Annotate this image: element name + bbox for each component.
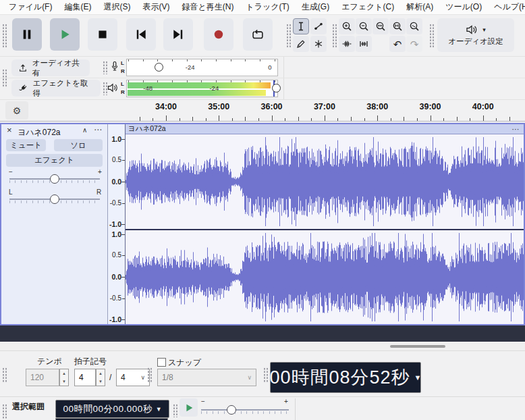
menu-item[interactable]: 解析(A) — [400, 1, 439, 13]
collapse-track-icon[interactable]: ∧ — [82, 126, 87, 134]
zoom-selection-button[interactable] — [372, 18, 389, 34]
dropdown-arrow-icon[interactable]: ▼ — [414, 373, 422, 382]
menu-item[interactable]: ツール(O) — [439, 1, 488, 13]
menu-item[interactable]: 表示(V) — [136, 1, 175, 13]
clip-header[interactable]: ヨハネ072a ⋯ — [126, 124, 524, 134]
zoom-toggle-icon — [409, 21, 420, 32]
toolbar-grip[interactable] — [263, 367, 269, 382]
horizontal-scrollbar[interactable] — [0, 342, 525, 351]
spin-up-icon[interactable]: ▲ — [60, 369, 68, 377]
spin-down-icon[interactable]: ▼ — [60, 377, 68, 386]
selection-start-value: 00時間00分00.000秒 — [63, 403, 152, 415]
selection-tool-button[interactable] — [293, 18, 309, 34]
track-name[interactable]: ヨハネ072a — [18, 127, 61, 138]
redo-button[interactable]: ↷ — [406, 36, 422, 52]
ruler-time-label: 34:00 — [155, 102, 177, 111]
clip-menu-icon[interactable]: ⋯ — [512, 125, 520, 133]
recording-meter[interactable]: -24 0 — [126, 59, 278, 76]
zoom-toggle-button[interactable] — [406, 18, 422, 34]
loop-button[interactable] — [243, 18, 273, 51]
menu-item[interactable]: トラック(T) — [240, 1, 295, 13]
undo-button[interactable]: ↶ — [389, 36, 406, 52]
scrollbar-thumb[interactable] — [390, 345, 445, 348]
audio-position-display[interactable]: 00時間08分52秒 ▼ — [270, 362, 421, 393]
menu-item[interactable]: 編集(E) — [58, 1, 97, 13]
play-speed-slider[interactable] — [201, 409, 289, 411]
meter-tick — [245, 80, 246, 82]
silence-audio-button[interactable] — [356, 36, 372, 52]
close-track-icon[interactable]: × — [7, 126, 12, 134]
menu-item[interactable]: 生成(G) — [296, 1, 335, 13]
vertical-ruler[interactable]: 1.00.50.0-0.5-1.01.00.50.0-0.5-1.0 — [108, 124, 126, 324]
solo-button[interactable]: ソロ — [54, 139, 103, 151]
snap-dropdown[interactable]: 1/8 ∨ — [157, 369, 256, 386]
stop-button[interactable] — [88, 18, 117, 51]
waveform-channel-right[interactable] — [126, 230, 524, 324]
menu-item[interactable]: ヘルプ(H) — [488, 1, 525, 13]
play-meter-tick-label: -24 — [209, 84, 219, 92]
ruler-time-label: 36:00 — [261, 102, 283, 111]
menu-item[interactable]: ファイル(F) — [3, 1, 58, 13]
meter-tick — [275, 59, 275, 61]
zoom-in-button[interactable] — [339, 18, 355, 34]
toolbar-grip[interactable] — [2, 24, 7, 48]
toolbar-grip[interactable] — [332, 24, 337, 48]
record-button[interactable] — [204, 18, 233, 51]
skip-to-start-button[interactable] — [126, 18, 156, 51]
toolbar-grip[interactable] — [286, 24, 292, 48]
skip-to-end-button[interactable] — [163, 18, 193, 51]
menu-item[interactable]: 選択(S) — [97, 1, 136, 13]
effects-button[interactable]: エフェクト — [6, 154, 103, 167]
zoom-out-button[interactable] — [356, 18, 372, 34]
zoom-fit-project-button[interactable] — [389, 18, 406, 34]
audio-setup-button[interactable]: ▾ オーディオ設定 — [437, 18, 514, 52]
selection-start-field[interactable]: 00時間00分00.000秒 ▼ — [55, 400, 169, 418]
dropdown-arrow-icon[interactable]: ▼ — [156, 406, 162, 413]
time-signature-spinner[interactable]: ▲ ▼ — [96, 369, 105, 386]
playback-volume-knob[interactable] — [272, 84, 281, 93]
play-at-speed-button[interactable] — [179, 398, 198, 417]
tempo-input[interactable]: 120 — [26, 369, 59, 386]
meter-tick — [216, 80, 217, 82]
envelope-tool-button[interactable] — [310, 18, 327, 34]
timesig-lower-value: 4 — [121, 373, 126, 382]
recording-volume-knob[interactable] — [155, 63, 163, 72]
mute-button[interactable]: ミュート — [6, 139, 46, 151]
snap-checkbox[interactable] — [157, 358, 166, 367]
toolbar-grip[interactable] — [2, 69, 7, 88]
draw-tool-button[interactable] — [293, 36, 309, 52]
spin-up-icon[interactable]: ▲ — [96, 369, 105, 377]
timeline-ruler[interactable]: ⚙ 34:0035:0036:0037:0038:0039:0040:00 — [0, 100, 525, 122]
toolbar-grip[interactable] — [429, 24, 435, 48]
play-speed-knob[interactable] — [227, 405, 236, 415]
trim-audio-button[interactable] — [339, 36, 355, 52]
toolbar-grip[interactable] — [173, 404, 178, 417]
track-menu-icon[interactable]: ⋯ — [94, 125, 103, 134]
playback-meter[interactable]: -48 -24 — [126, 80, 278, 97]
tempo-spinner[interactable]: ▲ ▼ — [59, 369, 69, 386]
time-signature-lower-dropdown[interactable]: 4 ∨ — [116, 369, 150, 386]
speed-minus-label: − — [201, 398, 205, 405]
waveform-channel-left[interactable] — [126, 134, 524, 229]
spin-down-icon[interactable]: ▼ — [96, 377, 105, 386]
menu-item[interactable]: 録音と再生(N) — [175, 1, 240, 13]
gain-slider-knob[interactable] — [50, 174, 59, 184]
toolbar-grip[interactable] — [103, 61, 108, 74]
pan-slider-knob[interactable] — [50, 194, 59, 204]
toolbar-grip[interactable] — [2, 404, 7, 419]
timeline-options-button[interactable]: ⚙ — [5, 101, 28, 120]
meter-tick — [216, 59, 217, 61]
menu-item[interactable]: エフェクト(C) — [335, 1, 400, 13]
empty-track-area — [0, 325, 525, 342]
multi-tool-button[interactable] — [310, 36, 327, 52]
get-effects-button[interactable]: エフェクトを取得 — [11, 80, 101, 97]
waveform-area[interactable]: ヨハネ072a ⋯ — [126, 124, 524, 324]
share-audio-button[interactable]: オーディオ共有 — [11, 59, 90, 76]
ruler-tick — [258, 118, 259, 121]
toolbar-grip[interactable] — [147, 367, 153, 382]
time-signature-upper-input[interactable]: 4 — [74, 369, 96, 386]
toolbar-grip[interactable] — [2, 367, 7, 382]
pause-button[interactable] — [12, 18, 42, 51]
play-button[interactable] — [50, 18, 80, 51]
gain-plus-label: + — [98, 169, 102, 176]
